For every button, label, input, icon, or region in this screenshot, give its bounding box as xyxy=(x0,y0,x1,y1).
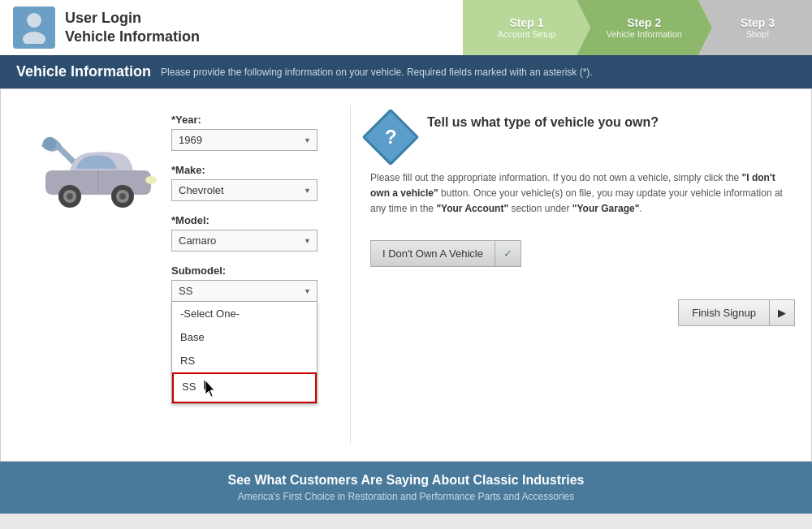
idontown-area: I Don't Own A Vehicle ✓ xyxy=(370,240,795,267)
finish-btn-group: Finish Signup ▶ xyxy=(678,299,795,326)
footer-subtitle: America's First Choice in Restoration an… xyxy=(16,491,796,502)
help-link3: "Your Garage" xyxy=(572,203,640,214)
help-link2: "Your Account" xyxy=(436,203,508,214)
help-title: Tell us what type of vehicle you own? xyxy=(427,114,659,131)
make-select[interactable]: Chevrolet xyxy=(171,179,317,201)
step-1[interactable]: Step 1 Account Setup xyxy=(463,0,577,55)
help-box: ? Tell us what type of vehicle you own? … xyxy=(370,114,795,267)
section-description: Please provide the following information… xyxy=(161,67,593,78)
dropdown-option-base[interactable]: Base xyxy=(172,325,317,349)
header-title-line2: Vehicle Information xyxy=(65,28,200,46)
section-header: Vehicle Information Please provide the f… xyxy=(0,55,812,88)
header: User Login Vehicle Information Step 1 Ac… xyxy=(0,0,812,55)
step-2[interactable]: Step 2 Vehicle Information xyxy=(577,0,698,55)
avatar xyxy=(13,6,55,49)
svg-point-0 xyxy=(27,13,41,28)
step-1-sub: Account Setup xyxy=(498,29,556,39)
idontown-button[interactable]: I Don't Own A Vehicle xyxy=(370,240,495,267)
svg-point-2 xyxy=(43,137,56,150)
help-icon: ? xyxy=(362,109,420,166)
car-illustration xyxy=(29,122,159,211)
submodel-select[interactable]: SS xyxy=(171,280,317,302)
year-label: *Year: xyxy=(171,114,350,126)
submodel-group: Submodel: SS -Select One- Base RS SS xyxy=(171,264,350,302)
year-group: *Year: 1969 xyxy=(171,114,350,151)
year-select-wrapper[interactable]: 1969 xyxy=(171,129,317,151)
finish-signup-arrow-button[interactable]: ▶ xyxy=(769,299,795,326)
car-image-area xyxy=(17,105,171,445)
make-label: *Make: xyxy=(171,164,350,176)
step-2-label: Step 2 xyxy=(627,16,661,29)
help-text-part1: Please fill out the appropriate informat… xyxy=(370,172,742,183)
submodel-label: Submodel: xyxy=(171,264,350,277)
submodel-select-wrapper[interactable]: SS xyxy=(171,280,317,302)
step-3-sub: Shop! xyxy=(746,29,770,39)
finish-signup-button[interactable]: Finish Signup xyxy=(678,299,769,326)
help-text-part4: . xyxy=(639,203,641,214)
idontown-check-button[interactable]: ✓ xyxy=(495,240,521,267)
header-title: User Login Vehicle Information xyxy=(65,9,200,47)
dropdown-option-ss[interactable]: SS xyxy=(172,372,317,403)
steps-bar: Step 1 Account Setup Step 2 Vehicle Info… xyxy=(463,0,812,55)
help-body: Please fill out the appropriate informat… xyxy=(370,170,795,217)
svg-point-9 xyxy=(119,193,126,200)
help-header: ? Tell us what type of vehicle you own? xyxy=(370,114,795,157)
svg-point-6 xyxy=(67,193,73,200)
submodel-dropdown-list: -Select One- Base RS SS xyxy=(171,302,317,404)
make-select-wrapper[interactable]: Chevrolet xyxy=(171,179,317,201)
right-panel: ? Tell us what type of vehicle you own? … xyxy=(350,105,795,445)
help-text-part3: section under xyxy=(508,203,572,214)
header-title-line1: User Login xyxy=(65,9,200,28)
year-select[interactable]: 1969 xyxy=(171,129,317,151)
make-group: *Make: Chevrolet xyxy=(171,164,350,201)
step-3[interactable]: Step 3 Shop! xyxy=(698,0,812,55)
model-select[interactable]: Camaro xyxy=(171,230,317,252)
svg-point-10 xyxy=(145,176,157,184)
form-fields: *Year: 1969 *Make: Chevrolet *Model: Cam… xyxy=(171,105,350,445)
step-2-sub: Vehicle Information xyxy=(606,29,682,39)
model-select-wrapper[interactable]: Camaro xyxy=(171,230,317,252)
cursor-icon xyxy=(204,380,214,396)
model-label: *Model: xyxy=(171,214,350,226)
header-left: User Login Vehicle Information xyxy=(0,0,213,55)
footer-title: See What Customers Are Saying About Clas… xyxy=(16,473,796,488)
footer-bar: See What Customers Are Saying About Clas… xyxy=(0,462,812,514)
help-title-text: Tell us what type of vehicle you own? xyxy=(421,114,659,131)
finish-area: Finish Signup ▶ xyxy=(370,299,795,326)
model-group: *Model: Camaro xyxy=(171,214,350,252)
dropdown-option-select-one[interactable]: -Select One- xyxy=(172,302,317,325)
svg-point-1 xyxy=(23,32,45,44)
step-1-label: Step 1 xyxy=(509,16,543,29)
question-mark-icon: ? xyxy=(385,126,397,148)
dropdown-option-rs[interactable]: RS xyxy=(172,349,317,372)
main-content: *Year: 1969 *Make: Chevrolet *Model: Cam… xyxy=(0,88,812,462)
section-title: Vehicle Information xyxy=(16,63,151,80)
step-3-label: Step 3 xyxy=(741,16,775,29)
